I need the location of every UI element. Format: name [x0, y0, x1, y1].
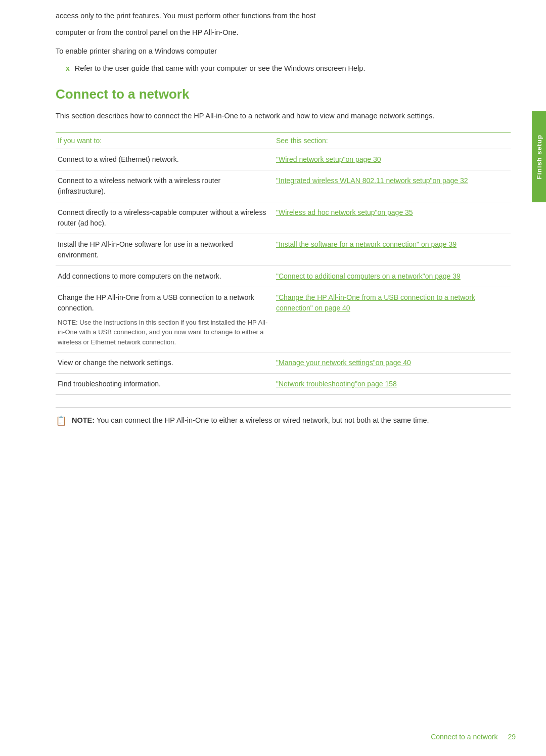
top-line3: To enable printer sharing on a Windows c…: [56, 46, 511, 57]
table-row: Find troubleshooting information. "Netwo…: [56, 374, 511, 395]
table-link[interactable]: "Install the software for a network conn…: [276, 240, 457, 248]
table-header-row: If you want to: See this section:: [56, 132, 511, 149]
bottom-note: 📋 NOTE: You can connect the HP All-in-On…: [56, 407, 511, 426]
table-row: Connect directly to a wireless-capable c…: [56, 202, 511, 234]
top-line2: computer or from the control panel on th…: [56, 27, 511, 38]
table-row: Connect to a wireless network with a wir…: [56, 170, 511, 202]
table-cell-left: Connect to a wired (Ethernet) network.: [56, 149, 274, 170]
bullet-text: Refer to the user guide that came with y…: [75, 63, 366, 74]
footer-label: Connect to a network: [431, 733, 497, 741]
table-link[interactable]: "Manage your network settings"on page 40: [276, 359, 411, 367]
table-cell-right: "Install the software for a network conn…: [274, 234, 511, 265]
table-cell-right: "Connect to additional computers on a ne…: [274, 265, 511, 287]
side-tab-label: Finish setup: [535, 135, 543, 180]
table-cell-left: Change the HP All-in-One from a USB conn…: [56, 287, 274, 352]
table-cell-right: "Manage your network settings"on page 40: [274, 352, 511, 374]
row-note-text: NOTE: Use the instructions in this secti…: [58, 318, 269, 347]
table-link[interactable]: "Wired network setup"on page 30: [276, 155, 381, 163]
table-cell-right: "Integrated wireless WLAN 802.11 network…: [274, 170, 511, 202]
table-link[interactable]: "Change the HP All-in-One from a USB con…: [276, 293, 475, 312]
row-main-text: Change the HP All-in-One from a USB conn…: [58, 292, 269, 314]
section-heading: Connect to a network: [56, 86, 511, 102]
table-row: Install the HP All-in-One software for u…: [56, 234, 511, 265]
top-line1: access only to the print features. You m…: [56, 10, 511, 22]
main-content: access only to the print features. You m…: [56, 0, 511, 427]
footer-page: 29: [508, 733, 516, 741]
note-text: NOTE: You can connect the HP All-in-One …: [72, 415, 429, 426]
table-cell-right: "Network troubleshooting"on page 158: [274, 374, 511, 395]
table-cell-left: Connect to a wireless network with a wir…: [56, 170, 274, 202]
section-description: This section describes how to connect th…: [56, 110, 511, 122]
page-container: Finish setup access only to the print fe…: [0, 0, 546, 756]
table-row: View or change the network settings. "Ma…: [56, 352, 511, 374]
note-icon: 📋: [56, 415, 67, 426]
table-row: Connect to a wired (Ethernet) network. "…: [56, 149, 511, 170]
footer: Connect to a network 29: [0, 733, 546, 741]
table-link[interactable]: "Connect to additional computers on a ne…: [276, 272, 461, 280]
bullet-x-icon: x: [66, 63, 70, 74]
bullet-item: x Refer to the user guide that came with…: [66, 63, 511, 74]
table-cell-left: Connect directly to a wireless-capable c…: [56, 202, 274, 234]
table-cell-right: "Wired network setup"on page 30: [274, 149, 511, 170]
table-link[interactable]: "Wireless ad hoc network setup"on page 3…: [276, 208, 413, 216]
table-cell-right: "Change the HP All-in-One from a USB con…: [274, 287, 511, 352]
table-header-col1: If you want to:: [56, 132, 274, 149]
network-table: If you want to: See this section: Connec…: [56, 132, 511, 395]
note-body: You can connect the HP All-in-One to eit…: [95, 416, 429, 424]
table-cell-left: View or change the network settings.: [56, 352, 274, 374]
side-tab: Finish setup: [532, 111, 546, 202]
table-link[interactable]: "Network troubleshooting"on page 158: [276, 380, 397, 388]
note-label: NOTE:: [72, 416, 95, 424]
table-row: Change the HP All-in-One from a USB conn…: [56, 287, 511, 352]
table-cell-left: Find troubleshooting information.: [56, 374, 274, 395]
table-cell-left: Install the HP All-in-One software for u…: [56, 234, 274, 265]
table-link[interactable]: "Integrated wireless WLAN 802.11 network…: [276, 176, 468, 185]
table-row: Add connections to more computers on the…: [56, 265, 511, 287]
top-section: access only to the print features. You m…: [56, 10, 511, 74]
table-header-col2: See this section:: [274, 132, 511, 149]
table-cell-left: Add connections to more computers on the…: [56, 265, 274, 287]
table-cell-right: "Wireless ad hoc network setup"on page 3…: [274, 202, 511, 234]
